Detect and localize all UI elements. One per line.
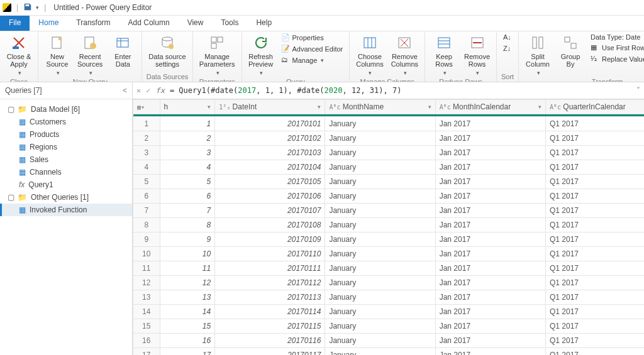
- cell-dateint[interactable]: 20170114: [215, 305, 325, 319]
- collapse-pane-icon[interactable]: <: [123, 86, 127, 95]
- query-regions[interactable]: ▦Regions: [0, 141, 132, 153]
- row-number[interactable]: 6: [133, 189, 160, 204]
- cell-h[interactable]: 12: [160, 276, 215, 290]
- qat-dropdown-icon[interactable]: ▾: [36, 4, 39, 11]
- col-header-dateint[interactable]: 1²₃ DateInt▾: [215, 100, 325, 114]
- data-source-settings-button[interactable]: Data source settings: [146, 33, 188, 69]
- filter-icon[interactable]: ▾: [428, 104, 431, 110]
- table-row[interactable]: 6620170106JanuaryJan 2017Q1 2017: [133, 189, 645, 204]
- cell-dateint[interactable]: 20170102: [215, 131, 325, 146]
- cell-monthincalendar[interactable]: Jan 2017: [435, 261, 545, 276]
- row-number[interactable]: 14: [133, 305, 160, 319]
- table-row[interactable]: 2220170102JanuaryJan 2017Q1 2017: [133, 131, 645, 146]
- query-query1[interactable]: fxQuery1: [0, 178, 132, 191]
- cell-h[interactable]: 14: [160, 305, 215, 319]
- cell-dateint[interactable]: 20170111: [215, 261, 325, 276]
- split-column-button[interactable]: Split Column▾: [523, 33, 553, 78]
- cell-monthincalendar[interactable]: Jan 2017: [435, 247, 545, 261]
- table-row[interactable]: 171720170117JanuaryJan 2017Q1 2017: [133, 348, 645, 356]
- cell-monthincalendar[interactable]: Jan 2017: [435, 117, 545, 131]
- tab-view[interactable]: View: [179, 16, 213, 31]
- tab-tools[interactable]: Tools: [212, 16, 247, 31]
- cell-h[interactable]: 10: [160, 247, 215, 261]
- folder-other-queries[interactable]: ▢ 📁 Other Queries [1]: [0, 191, 132, 204]
- tab-home[interactable]: Home: [30, 16, 67, 31]
- cell-monthincalendar[interactable]: Jan 2017: [435, 348, 545, 356]
- cell-quarterincalendar[interactable]: Q1 2017: [545, 189, 644, 204]
- col-header-h[interactable]: h▾: [160, 100, 215, 114]
- cell-dateint[interactable]: 20170109: [215, 232, 325, 247]
- row-number[interactable]: 13: [133, 290, 160, 305]
- table-row[interactable]: 151520170115JanuaryJan 2017Q1 2017: [133, 319, 645, 334]
- cell-quarterincalendar[interactable]: Q1 2017: [545, 348, 644, 356]
- cell-monthname[interactable]: January: [325, 117, 435, 131]
- cell-h[interactable]: 13: [160, 290, 215, 305]
- cell-monthname[interactable]: January: [325, 160, 435, 175]
- table-row[interactable]: 7720170107JanuaryJan 2017Q1 2017: [133, 204, 645, 218]
- tab-add-column[interactable]: Add Column: [119, 16, 179, 31]
- keep-rows-button[interactable]: Keep Rows▾: [429, 33, 459, 78]
- row-number[interactable]: 1: [133, 117, 160, 131]
- table-row[interactable]: 101020170110JanuaryJan 2017Q1 2017: [133, 247, 645, 261]
- cell-dateint[interactable]: 20170116: [215, 334, 325, 348]
- properties-button[interactable]: 📄Properties: [279, 33, 346, 43]
- replace-values-button[interactable]: ¹⁄₂Replace Values: [588, 54, 644, 64]
- cell-quarterincalendar[interactable]: Q1 2017: [545, 175, 644, 189]
- cell-quarterincalendar[interactable]: Q1 2017: [545, 319, 644, 334]
- cell-h[interactable]: 5: [160, 175, 215, 189]
- group-by-button[interactable]: Group By: [555, 33, 586, 69]
- cell-h[interactable]: 17: [160, 348, 215, 356]
- queries-header[interactable]: Queries [7] <: [0, 82, 132, 99]
- cell-quarterincalendar[interactable]: Q1 2017: [545, 218, 644, 232]
- tab-help[interactable]: Help: [247, 16, 280, 31]
- cell-monthname[interactable]: January: [325, 290, 435, 305]
- cell-h[interactable]: 7: [160, 204, 215, 218]
- cell-monthname[interactable]: January: [325, 146, 435, 160]
- advanced-editor-button[interactable]: 📝Advanced Editor: [279, 44, 346, 54]
- table-row[interactable]: 141420170114JanuaryJan 2017Q1 2017: [133, 305, 645, 319]
- cell-monthname[interactable]: January: [325, 175, 435, 189]
- cell-quarterincalendar[interactable]: Q1 2017: [545, 146, 644, 160]
- cell-h[interactable]: 16: [160, 334, 215, 348]
- cell-dateint[interactable]: 20170107: [215, 204, 325, 218]
- cell-monthincalendar[interactable]: Jan 2017: [435, 175, 545, 189]
- cell-monthincalendar[interactable]: Jan 2017: [435, 204, 545, 218]
- cell-monthincalendar[interactable]: Jan 2017: [435, 290, 545, 305]
- tab-transform[interactable]: Transform: [67, 16, 119, 31]
- cell-monthname[interactable]: January: [325, 348, 435, 356]
- cell-monthname[interactable]: January: [325, 189, 435, 204]
- cell-h[interactable]: 8: [160, 218, 215, 232]
- cell-quarterincalendar[interactable]: Q1 2017: [545, 305, 644, 319]
- new-source-button[interactable]: New Source▾: [42, 33, 72, 78]
- cell-dateint[interactable]: 20170103: [215, 146, 325, 160]
- table-row[interactable]: 3320170103JanuaryJan 2017Q1 2017: [133, 146, 645, 160]
- recent-sources-button[interactable]: Recent Sources▾: [75, 33, 105, 78]
- cell-dateint[interactable]: 20170101: [215, 117, 325, 131]
- tab-file[interactable]: File: [0, 16, 30, 31]
- cell-monthincalendar[interactable]: Jan 2017: [435, 189, 545, 204]
- col-header-quarterincalendar[interactable]: Aᴮc QuarterInCalendar▾: [545, 100, 644, 114]
- cell-monthincalendar[interactable]: Jan 2017: [435, 232, 545, 247]
- save-icon[interactable]: [23, 3, 32, 13]
- table-row[interactable]: 8820170108JanuaryJan 2017Q1 2017: [133, 218, 645, 232]
- cell-monthname[interactable]: January: [325, 334, 435, 348]
- use-first-row-button[interactable]: ▦Use First Row as Headers▾: [588, 43, 644, 53]
- remove-rows-button[interactable]: Remove Rows▾: [462, 33, 492, 78]
- cell-monthincalendar[interactable]: Jan 2017: [435, 334, 545, 348]
- cell-h[interactable]: 15: [160, 319, 215, 334]
- row-number[interactable]: 17: [133, 348, 160, 356]
- cell-dateint[interactable]: 20170106: [215, 189, 325, 204]
- cell-dateint[interactable]: 20170112: [215, 276, 325, 290]
- cell-h[interactable]: 9: [160, 232, 215, 247]
- expand-formula-icon[interactable]: ˅: [636, 86, 640, 95]
- cell-quarterincalendar[interactable]: Q1 2017: [545, 204, 644, 218]
- cell-monthname[interactable]: January: [325, 218, 435, 232]
- query-invoked-function[interactable]: ▦Invoked Function: [0, 204, 132, 216]
- sort-asc-button[interactable]: A↓: [501, 33, 514, 43]
- cell-monthincalendar[interactable]: Jan 2017: [435, 160, 545, 175]
- refresh-preview-button[interactable]: Refresh Preview▾: [246, 33, 276, 78]
- table-row[interactable]: 9920170109JanuaryJan 2017Q1 2017: [133, 232, 645, 247]
- cell-dateint[interactable]: 20170108: [215, 218, 325, 232]
- cell-monthincalendar[interactable]: Jan 2017: [435, 305, 545, 319]
- expand-icon[interactable]: ▢: [8, 105, 14, 114]
